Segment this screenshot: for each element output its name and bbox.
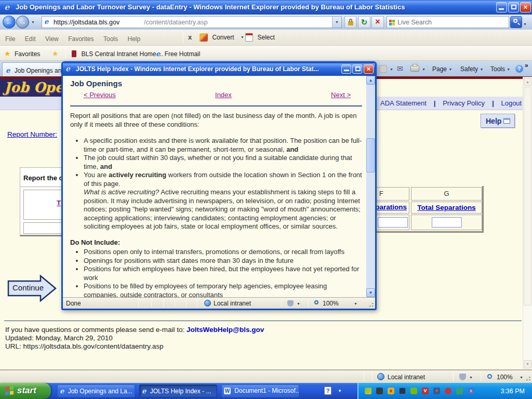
menu-view[interactable]: View xyxy=(45,35,59,43)
ada-statement-link[interactable]: ADA Statement xyxy=(380,99,427,107)
wifi-status-icon[interactable] xyxy=(365,388,371,394)
popup-scroll-up-icon[interactable]: ▲ xyxy=(366,76,375,85)
start-button[interactable]: start xyxy=(0,383,51,399)
popup-scrollbar[interactable]: ▲ ▼ xyxy=(366,76,375,297)
help-window-icon xyxy=(503,118,510,124)
next-link[interactable]: Next > xyxy=(331,91,351,99)
scroll-down-icon[interactable]: ▼ xyxy=(524,360,531,368)
menu-edit[interactable]: Edit xyxy=(25,35,36,43)
popup-zoom-dropdown-icon[interactable]: ▼ xyxy=(354,302,357,305)
address-input[interactable]: e https://joltsdata.bls.gov /content/dat… xyxy=(42,16,342,28)
convert-button[interactable]: Convert ▼ xyxy=(200,32,244,42)
help-doc-tray-icon[interactable]: ? xyxy=(324,387,331,395)
status-zoom[interactable]: 100% xyxy=(497,374,513,381)
footer-email-link[interactable]: JoltsWebHelp@bls.gov xyxy=(187,326,264,334)
total-separations-input[interactable] xyxy=(432,217,462,228)
favorites-button[interactable]: ★ Favorites xyxy=(4,49,40,58)
popup-zone-icon xyxy=(204,300,211,307)
nvidia-icon[interactable] xyxy=(410,388,417,394)
scroll-up-icon[interactable]: ▲ xyxy=(524,78,531,86)
restore-button[interactable] xyxy=(508,2,519,12)
close-button[interactable]: × xyxy=(520,2,531,12)
menu-tools[interactable]: Tools xyxy=(103,35,118,43)
report-number-link[interactable]: Report Number: xyxy=(7,130,57,138)
search-icon xyxy=(513,19,517,23)
task-jolts-help[interactable]: e JOLTS Help Index - ... xyxy=(139,384,217,397)
popup-scroll-down-icon[interactable]: ▼ xyxy=(366,288,375,297)
stop-button[interactable]: × xyxy=(371,16,384,28)
help-button[interactable]: Help xyxy=(481,114,515,128)
print-dropdown-icon[interactable]: ▼ xyxy=(422,68,425,71)
add-star-icon: ★ xyxy=(52,49,59,58)
scroll-thumb[interactable] xyxy=(524,87,531,305)
tools-menu-button[interactable]: Tools ▼ xyxy=(490,65,510,73)
windows-flag-icon xyxy=(5,386,14,396)
back-button[interactable]: ← xyxy=(3,16,16,29)
feeds-icon[interactable] xyxy=(379,65,387,73)
popup-maximize-button[interactable] xyxy=(352,64,362,74)
live-search-box[interactable] xyxy=(387,16,509,28)
toolbar-close-icon[interactable]: x xyxy=(188,33,192,41)
popup-titlebar[interactable]: e JOLTS Help Index - Windows Internet Ex… xyxy=(63,63,375,76)
other-separations-input[interactable] xyxy=(378,217,408,228)
task-job-openings[interactable]: e Job Openings and La... xyxy=(57,384,135,397)
logout-link[interactable]: Logout xyxy=(501,99,522,107)
blocked-icon[interactable] xyxy=(445,388,451,394)
popup-phishing-icon[interactable] xyxy=(287,300,294,307)
messenger-icon[interactable]: x xyxy=(468,388,474,394)
browser-titlebar[interactable]: e Job Openings and Labor Turnover Survey… xyxy=(0,0,532,15)
search-go-button[interactable] xyxy=(510,16,522,28)
search-options-dropdown-icon[interactable]: ▼ xyxy=(523,19,527,29)
previous-link[interactable]: < Previous xyxy=(84,91,116,99)
menu-favorites[interactable]: Favorites xyxy=(68,35,94,43)
search-input[interactable] xyxy=(397,17,501,27)
toolbar-overflow-icon[interactable]: » xyxy=(525,62,528,69)
total-separations-link[interactable]: Total Separations xyxy=(417,204,475,211)
popup-phishing-dropdown-icon[interactable]: ▼ xyxy=(297,302,300,305)
left-table-link-fragment[interactable]: T xyxy=(57,199,61,207)
privacy-policy-link[interactable]: Privacy Policy xyxy=(443,99,485,107)
page-menu-button[interactable]: Page ▼ xyxy=(432,65,452,73)
task-word-document[interactable]: W Document1 - Microsof... xyxy=(221,384,299,397)
favorite-link-hotmail[interactable]: e Free Hotmail xyxy=(156,49,200,58)
minimize-button[interactable] xyxy=(496,2,507,12)
other-separations-link[interactable]: parations xyxy=(375,203,407,211)
safety-menu-button[interactable]: Safety ▼ xyxy=(460,65,483,73)
phishing-dropdown-icon[interactable]: ▼ xyxy=(469,376,473,379)
phishing-filter-icon[interactable] xyxy=(459,374,466,380)
network-error-icon[interactable]: × xyxy=(433,388,440,394)
zoom-dropdown-icon[interactable]: ▼ xyxy=(520,376,523,379)
display-icon[interactable] xyxy=(399,388,406,394)
popup-status-zoom[interactable]: 100% xyxy=(323,300,339,307)
page-scrollbar[interactable]: ▲ ▼ xyxy=(523,77,532,369)
favorite-link-bls[interactable]: BLS Central Intranet Home ... xyxy=(72,49,163,58)
popup-minimize-button[interactable] xyxy=(341,64,351,74)
select-button[interactable]: Select xyxy=(245,32,275,42)
security-lock-button[interactable] xyxy=(344,16,356,28)
hidden-icons-chevron[interactable]: ▼ xyxy=(338,389,342,393)
footer-updated: Updated: Monday, March 29, 2010 xyxy=(5,334,113,342)
feeds-dropdown-icon[interactable]: ▼ xyxy=(390,68,393,71)
menu-file[interactable]: File xyxy=(5,35,15,43)
agent-icon[interactable] xyxy=(456,388,463,394)
popup-scroll-thumb[interactable] xyxy=(366,138,375,172)
antivirus-icon[interactable]: V xyxy=(422,388,429,394)
menu-help[interactable]: Help xyxy=(127,35,140,43)
address-dropdown-button[interactable]: ▼ xyxy=(332,17,341,28)
search-tray-icon[interactable] xyxy=(376,388,383,394)
footer-divider xyxy=(4,321,522,321)
read-mail-icon[interactable]: ✉ xyxy=(397,64,403,73)
popup-close-button[interactable]: × xyxy=(364,64,374,74)
key-icon[interactable]: x xyxy=(388,388,394,394)
help-menu-icon[interactable]: ? xyxy=(515,65,523,73)
continue-button[interactable]: Continue xyxy=(7,274,57,302)
print-icon[interactable] xyxy=(410,65,419,72)
list-item: You are actively recruiting workers from… xyxy=(84,171,362,231)
add-favorite-button[interactable]: ★ xyxy=(52,49,59,58)
menu-bar: File Edit View Favorites Tools Help x Co… xyxy=(0,30,532,46)
popup-window[interactable]: e JOLTS Help Index - Windows Internet Ex… xyxy=(61,61,377,310)
refresh-button[interactable]: ↻ xyxy=(358,16,370,28)
history-dropdown-icon[interactable]: ▼ xyxy=(31,20,35,24)
index-link[interactable]: Index xyxy=(215,91,232,99)
forward-button[interactable]: → xyxy=(16,16,29,29)
